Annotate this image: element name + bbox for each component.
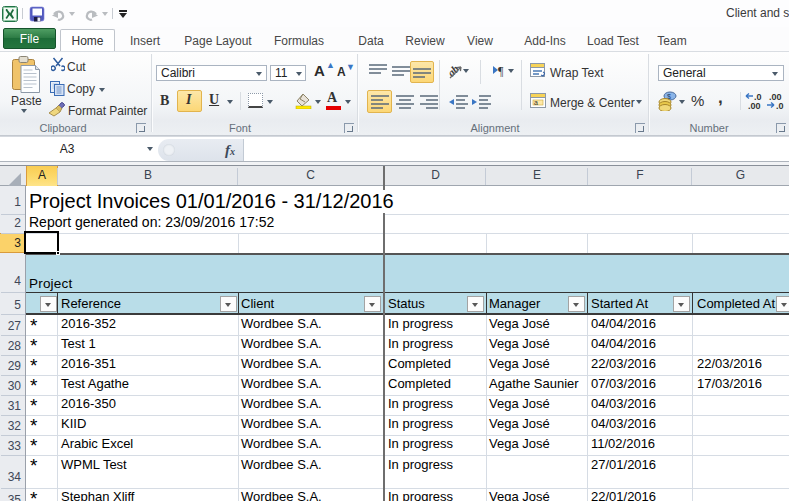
svg-text:.0: .0 (776, 101, 784, 111)
svg-text:.00: .00 (748, 101, 761, 111)
svg-text:ab: ab (445, 62, 461, 79)
svg-text:a: a (534, 99, 538, 106)
svg-text:¶: ¶ (498, 64, 504, 78)
